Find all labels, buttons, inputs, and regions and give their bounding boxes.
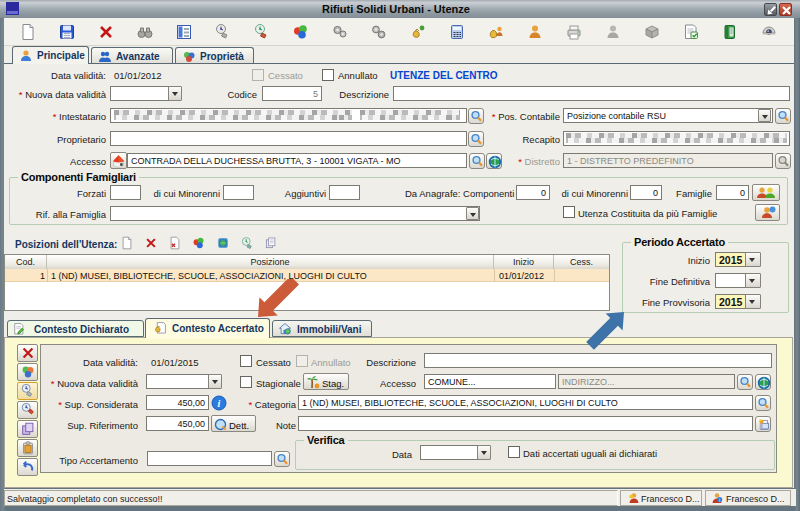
svg-text:i: i xyxy=(719,497,720,503)
svg-text:i: i xyxy=(218,398,221,409)
